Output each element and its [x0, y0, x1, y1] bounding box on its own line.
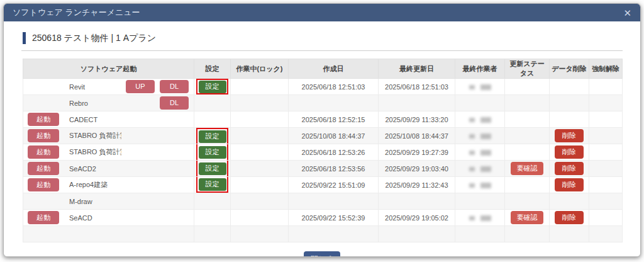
data-delete: 削除 [550, 144, 589, 161]
updated-date: 2025/09/29 11:33:20 [379, 111, 455, 128]
data-delete [550, 111, 589, 128]
created-date: 2025/06/18 12:51:03 [289, 79, 379, 95]
lock-status [231, 161, 289, 177]
launch-button[interactable]: 起動 [28, 211, 59, 224]
column-header: 強制解除 [589, 59, 623, 79]
force-release [589, 210, 623, 226]
delete-button[interactable]: 削除 [555, 162, 584, 175]
software-name: SeACD [64, 214, 121, 222]
confirm-button[interactable]: 要確認 [511, 211, 543, 224]
delete-button[interactable]: 削除 [555, 211, 584, 224]
table-row: 起動 STABRO 負荷計算 R3 設定 2025/06/18 12:53:26… [23, 144, 623, 161]
last-worker [455, 210, 505, 226]
delete-button[interactable]: 削除 [555, 129, 584, 142]
download-button[interactable]: DL [160, 96, 189, 110]
launch-button[interactable]: 起動 [28, 145, 59, 159]
last-worker [455, 161, 505, 177]
settings-button[interactable]: 設定 [199, 162, 226, 175]
lock-status [231, 79, 289, 95]
last-worker [455, 177, 505, 193]
force-release [589, 111, 623, 128]
close-button[interactable]: 閉じる [304, 251, 340, 257]
settings-button[interactable]: 設定 [199, 146, 226, 159]
delete-button[interactable]: 削除 [555, 178, 584, 191]
last-worker [455, 111, 505, 128]
launch-button[interactable]: 起動 [28, 178, 59, 191]
property-heading: 250618 テスト物件 | 1 Aプラン [23, 32, 640, 44]
table-row: Revit UP DL 設定 2025/06/18 12:51:03 2025/… [23, 79, 623, 95]
update-status [505, 95, 550, 111]
last-worker [455, 128, 505, 144]
launch-button[interactable]: 起動 [28, 162, 59, 175]
update-status [505, 193, 550, 210]
update-status [505, 128, 550, 144]
created-date: 2025/09/22 15:52:39 [289, 210, 379, 226]
lock-status [231, 193, 289, 210]
software-name: Rebro [64, 100, 121, 107]
created-date: 2025/06/18 12:52:15 [289, 111, 379, 128]
software-name: A-repo4建築 [64, 180, 121, 190]
launch-button[interactable]: 起動 [28, 129, 59, 142]
lock-status [231, 144, 289, 161]
upload-button[interactable]: UP [126, 80, 155, 93]
created-date: 2025/09/22 15:51:09 [289, 177, 379, 193]
force-release [589, 95, 623, 111]
last-worker [455, 144, 505, 161]
updated-date: 2025/09/29 19:03:40 [379, 161, 455, 177]
column-header: 最終更新日 [379, 59, 455, 79]
table-row: Rebro DL [23, 95, 623, 111]
updated-date: 2025/10/08 18:44:37 [379, 128, 455, 144]
software-table: ソフトウェア起動設定作業中(ロック)作成日最終更新日最終作業者更新ステータスデー… [23, 59, 623, 242]
update-status: 要確認 [505, 210, 550, 226]
updated-date: 2025/09/29 11:32:43 [379, 177, 455, 193]
close-icon[interactable]: ✕ [623, 8, 631, 18]
dialog-titlebar: ソフトウェア ランチャーメニュー ✕ [4, 4, 640, 21]
launch-button[interactable]: 起動 [28, 113, 59, 126]
data-delete: 削除 [550, 128, 589, 144]
created-date [289, 95, 379, 111]
force-release [589, 193, 623, 210]
download-button[interactable]: DL [160, 80, 189, 93]
force-release [589, 144, 623, 161]
settings-button[interactable]: 設定 [199, 178, 226, 191]
settings-button[interactable]: 設定 [199, 130, 226, 143]
force-release [589, 226, 623, 242]
software-name: CADECT [64, 116, 121, 123]
data-delete [550, 193, 589, 210]
software-name: STABRO 負荷計算 R3 [64, 147, 121, 157]
last-worker [455, 79, 505, 95]
force-release [589, 79, 623, 95]
column-header: データ削除 [550, 59, 589, 79]
launcher-dialog: ソフトウェア ランチャーメニュー ✕ 250618 テスト物件 | 1 Aプラン… [3, 3, 641, 257]
created-date: 2025/10/08 18:44:37 [289, 128, 379, 144]
last-worker [455, 95, 505, 111]
updated-date [379, 226, 455, 242]
data-delete [550, 95, 589, 111]
table-row: M-draw [23, 193, 623, 210]
updated-date: 2025/09/29 19:05:02 [379, 210, 455, 226]
update-status [505, 111, 550, 128]
dialog-footer: 閉じる [4, 251, 640, 257]
data-delete: 削除 [550, 161, 589, 177]
created-date [289, 226, 379, 242]
column-header: 作業中(ロック) [231, 59, 289, 79]
table-row: 起動 A-repo4建築 設定 2025/09/22 15:51:09 2025… [23, 177, 623, 193]
updated-date: 2025/06/18 12:51:03 [379, 79, 455, 95]
update-status [505, 79, 550, 95]
updated-date [379, 193, 455, 210]
created-date: 2025/06/18 12:53:26 [289, 144, 379, 161]
table-row [23, 226, 623, 242]
software-name: Revit [64, 83, 121, 91]
confirm-button[interactable]: 要確認 [511, 162, 543, 175]
column-header: 最終作業者 [455, 59, 505, 79]
table-row: 起動 STABRO 負荷計算 R6 設定 2025/10/08 18:44:37… [23, 128, 623, 144]
delete-button[interactable]: 削除 [555, 145, 584, 159]
updated-date: 2025/09/29 19:27:39 [379, 144, 455, 161]
update-status: 要確認 [505, 161, 550, 177]
data-delete: 削除 [550, 177, 589, 193]
lock-status [231, 128, 289, 144]
last-worker [455, 226, 505, 242]
column-header: 作成日 [289, 59, 379, 79]
force-release [589, 128, 623, 144]
settings-button[interactable]: 設定 [199, 81, 226, 93]
